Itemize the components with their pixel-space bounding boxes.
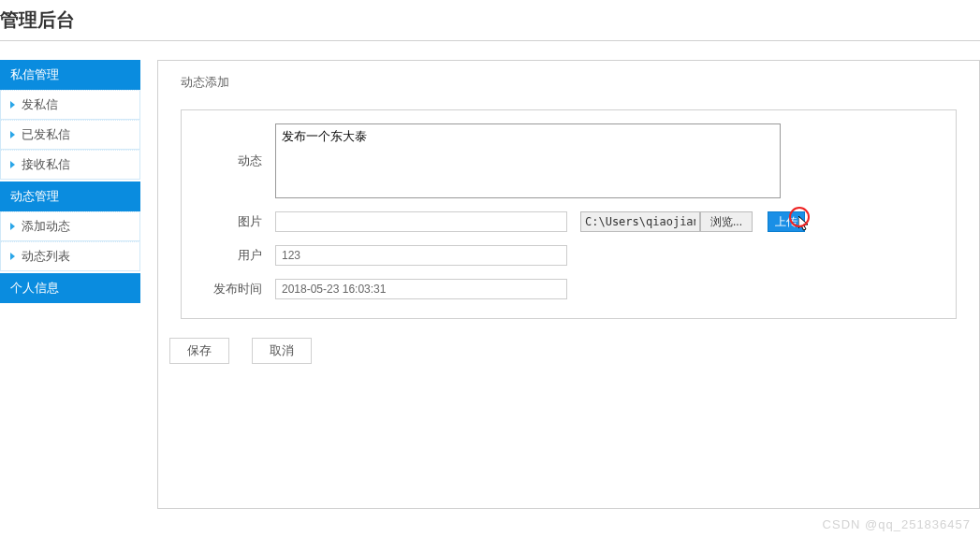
dynamic-textarea[interactable]: 发布一个东大泰	[275, 123, 781, 198]
sidebar-item-recv-msg[interactable]: 接收私信	[0, 150, 140, 180]
file-path-display	[580, 211, 700, 232]
time-label: 发布时间	[182, 281, 275, 298]
user-label: 用户	[182, 247, 275, 264]
page-title: 管理后台	[0, 0, 980, 41]
main-panel: 动态添加 动态 发布一个东大泰 图片 浏览... 上传	[157, 60, 980, 509]
watermark: CSDN @qq_251836457	[823, 517, 971, 531]
upload-button[interactable]: 上传	[768, 211, 805, 232]
image-input[interactable]	[275, 211, 567, 232]
browse-button[interactable]: 浏览...	[700, 211, 753, 232]
sidebar: 私信管理 发私信 已发私信 接收私信 动态管理 添加动态 动态列表 个人信息	[0, 60, 140, 509]
sidebar-header-dynamic: 动态管理	[0, 181, 140, 211]
sidebar-item-send-msg[interactable]: 发私信	[0, 90, 140, 120]
user-input[interactable]	[275, 245, 567, 266]
upload-button-label: 上传	[775, 215, 797, 228]
time-input[interactable]	[275, 279, 567, 299]
sidebar-item-list-dynamic[interactable]: 动态列表	[0, 241, 140, 271]
panel-title: 动态添加	[158, 61, 979, 100]
dynamic-label: 动态	[182, 152, 275, 169]
sidebar-item-sent-msg[interactable]: 已发私信	[0, 120, 140, 150]
sidebar-header-profile: 个人信息	[0, 273, 140, 303]
cancel-button[interactable]: 取消	[252, 338, 312, 364]
save-button[interactable]: 保存	[169, 338, 229, 364]
sidebar-header-messages: 私信管理	[0, 60, 140, 90]
form: 动态 发布一个东大泰 图片 浏览... 上传	[181, 109, 957, 319]
sidebar-item-add-dynamic[interactable]: 添加动态	[0, 211, 140, 241]
image-label: 图片	[182, 213, 275, 230]
cursor-icon	[798, 216, 813, 233]
